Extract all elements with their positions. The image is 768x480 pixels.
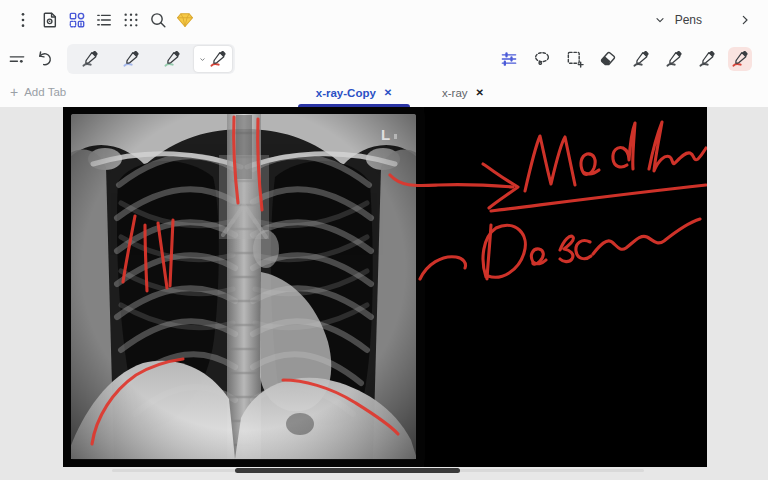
board-drawing: L — [63, 107, 707, 467]
whiteboard-canvas[interactable]: L — [63, 107, 707, 467]
horizontal-scrollbar-thumb[interactable] — [235, 468, 460, 473]
pen-gray[interactable] — [71, 46, 109, 72]
pen-tool-3[interactable] — [695, 47, 719, 71]
tab-label: x-ray — [442, 87, 468, 99]
tools-right-group — [497, 47, 764, 71]
canvas-area: L — [0, 107, 768, 480]
chevron-down-icon[interactable] — [198, 55, 207, 64]
tab-label: x-ray-Copy — [316, 87, 376, 99]
close-icon[interactable]: ✕ — [384, 87, 392, 98]
pen-tool-red-active[interactable] — [728, 47, 752, 71]
pen-red-active[interactable] — [194, 46, 232, 72]
pens-menu: Pens — [647, 7, 758, 33]
pen-palette — [67, 44, 235, 74]
chevron-right-icon[interactable] — [732, 7, 758, 33]
board-pages-icon[interactable] — [64, 7, 90, 33]
search-icon[interactable] — [145, 7, 171, 33]
plus-icon: + — [10, 85, 18, 99]
list-view-icon[interactable] — [91, 7, 117, 33]
pen-blue[interactable] — [112, 46, 150, 72]
pen-green[interactable] — [153, 46, 191, 72]
undo-icon[interactable] — [31, 46, 57, 72]
tool-options-icon[interactable] — [497, 47, 521, 71]
add-tab-button[interactable]: + Add Tab — [10, 85, 66, 99]
tab-bar: + Add Tab x-ray-Copy ✕ x-ray ✕ — [0, 78, 768, 107]
pens-menu-label: Pens — [675, 13, 702, 27]
pen-tool-1[interactable] — [629, 47, 653, 71]
add-tab-label: Add Tab — [24, 86, 66, 98]
document-template-icon[interactable] — [37, 7, 63, 33]
whiteboard-app: Pens — [0, 0, 768, 480]
chevron-down-icon[interactable] — [647, 7, 673, 33]
xray-side-marker: L — [381, 126, 390, 143]
horizontal-scrollbar-track[interactable] — [112, 469, 644, 472]
pen-tool-2[interactable] — [662, 47, 686, 71]
drawing-toolbar — [0, 40, 768, 78]
close-icon[interactable]: ✕ — [476, 87, 484, 98]
tab-x-ray[interactable]: x-ray ✕ — [430, 78, 496, 107]
lasso-select-icon[interactable] — [530, 47, 554, 71]
eraser-icon[interactable] — [596, 47, 620, 71]
tab-x-ray-copy[interactable]: x-ray-Copy ✕ — [296, 78, 412, 107]
apps-grid-icon[interactable] — [118, 7, 144, 33]
premium-gem-icon[interactable] — [172, 7, 198, 33]
top-toolbar: Pens — [0, 0, 768, 40]
rect-select-icon[interactable] — [563, 47, 587, 71]
stroke-style-icon[interactable] — [4, 46, 30, 72]
more-vertical-icon[interactable] — [10, 7, 36, 33]
